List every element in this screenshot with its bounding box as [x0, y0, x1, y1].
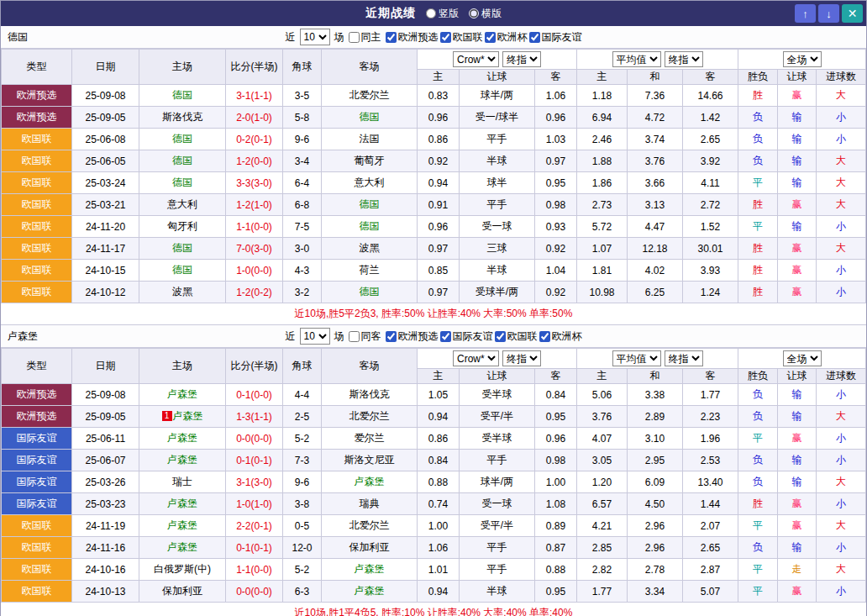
home-team: 卢森堡: [139, 537, 226, 559]
home-team-name[interactable]: 德国: [172, 242, 192, 254]
handicap-home-odds: 1.01: [418, 559, 460, 581]
match-score: 1-1(0-0): [226, 216, 283, 238]
home-team-name[interactable]: 卢森堡: [167, 454, 197, 466]
stage-select-2[interactable]: 终指: [665, 350, 703, 366]
avg-away-odds: 3.93: [683, 260, 738, 282]
result-goals: 大: [817, 238, 866, 260]
home-team-name: 瑞士: [172, 476, 192, 487]
corner-score: 5-2: [283, 559, 322, 581]
fulltime-header: 全场: [738, 50, 866, 70]
avg-away-odds: 2.07: [683, 515, 738, 537]
col-header-hcp-home: 主: [418, 70, 460, 85]
match-count-select[interactable]: 10: [300, 328, 330, 345]
match-row: 欧国联24-10-15德国1-0(0-0)4-3荷兰0.85半球1.041.81…: [2, 260, 866, 282]
handicap-away-odds: 0.88: [535, 559, 577, 581]
avg-draw-odds: 6.25: [628, 282, 683, 303]
away-team-name[interactable]: 卢森堡: [355, 563, 385, 575]
competition-filter[interactable]: 欧洲预选: [386, 329, 439, 344]
home-team-name[interactable]: 卢森堡: [167, 541, 197, 553]
close-icon[interactable]: ✕: [842, 4, 863, 23]
layout-horizontal-radio[interactable]: 横版: [469, 7, 502, 21]
match-score: 2-0(1-0): [226, 107, 283, 129]
average-select[interactable]: 平均值: [612, 350, 661, 366]
competition-filter[interactable]: 欧洲杯: [539, 329, 582, 344]
stage-select[interactable]: 终指: [502, 51, 541, 67]
average-select[interactable]: 平均值: [612, 51, 661, 67]
match-row: 欧国联24-11-19卢森堡2-2(0-1)0-5北爱尔兰1.00受平/半0.8…: [2, 515, 866, 537]
home-team-name[interactable]: 德国: [172, 155, 192, 166]
competition-filter[interactable]: 欧洲杯: [485, 30, 528, 45]
home-team-name[interactable]: 德国: [172, 133, 192, 145]
competition-checkbox[interactable]: [495, 331, 506, 342]
home-team-name[interactable]: 德国: [172, 176, 192, 188]
competition-checkbox[interactable]: [386, 331, 397, 342]
avg-away-odds: 5.07: [683, 581, 738, 603]
competition-checkbox[interactable]: [529, 32, 540, 43]
layout-horizontal-radio-input[interactable]: [469, 8, 479, 18]
avg-home-odds: 4.07: [577, 428, 628, 450]
result-goals: 大: [817, 150, 866, 172]
competition-checkbox[interactable]: [440, 331, 451, 342]
bookmaker-select[interactable]: Crow*: [453, 51, 499, 67]
handicap-home-odds: 0.94: [418, 172, 460, 194]
handicap-away-odds: 1.00: [535, 471, 577, 493]
away-team-name[interactable]: 卢森堡: [355, 585, 385, 597]
same-venue-filter[interactable]: 同客: [349, 329, 381, 344]
competition-checkbox[interactable]: [539, 331, 550, 342]
avg-home-odds: 1.86: [577, 172, 628, 194]
scroll-down-button[interactable]: ↓: [818, 4, 839, 23]
same-venue-checkbox[interactable]: [349, 331, 360, 342]
avg-draw-odds: 3.38: [628, 384, 683, 406]
home-team-name[interactable]: 卢森堡: [167, 519, 197, 531]
competition-filter[interactable]: 欧国联: [440, 30, 483, 45]
away-team-name[interactable]: 德国: [360, 111, 380, 123]
col-header-handicap-result: 让球: [778, 70, 817, 85]
home-team: 波黑: [139, 282, 226, 303]
competition-filter[interactable]: 国际友谊: [440, 329, 493, 344]
competition-checkbox[interactable]: [386, 32, 397, 43]
competition-filter[interactable]: 国际友谊: [529, 30, 582, 45]
scroll-up-button[interactable]: ↑: [795, 4, 816, 23]
bookmaker-select[interactable]: Crow*: [453, 350, 499, 366]
match-count-select[interactable]: 10: [300, 29, 330, 45]
competition-filter[interactable]: 欧洲预选: [386, 30, 439, 45]
result-outcome: 负: [738, 450, 778, 471]
avg-home-odds: 1.81: [577, 260, 628, 282]
handicap-home-odds: 0.94: [418, 581, 460, 603]
match-score: 1-0(0-0): [226, 260, 283, 282]
home-team-name[interactable]: 卢森堡: [173, 410, 203, 422]
competition-checkbox[interactable]: [485, 32, 496, 43]
competition-type: 欧国联: [2, 216, 72, 238]
competition-filter[interactable]: 欧国联: [495, 329, 538, 344]
away-team-name: 瑞典: [360, 498, 380, 509]
fulltime-select[interactable]: 全场: [783, 51, 822, 67]
fulltime-header: 全场: [738, 349, 866, 369]
home-team-name[interactable]: 卢森堡: [167, 432, 197, 444]
layout-vertical-radio-input[interactable]: [426, 8, 436, 18]
same-venue-filter[interactable]: 同主: [349, 30, 381, 45]
match-date: 25-06-11: [72, 428, 139, 450]
fulltime-select[interactable]: 全场: [783, 350, 822, 366]
away-team: 卢森堡: [322, 471, 418, 493]
away-team-name[interactable]: 卢森堡: [355, 476, 385, 487]
match-row: 欧国联25-03-21意大利1-2(1-0)6-8德国0.91平手0.982.7…: [2, 194, 866, 216]
home-team-name[interactable]: 德国: [172, 264, 192, 276]
home-team-name[interactable]: 卢森堡: [167, 498, 197, 509]
away-team-name: 葡萄牙: [355, 155, 385, 166]
home-team-name[interactable]: 德国: [172, 89, 192, 101]
stage-select-2[interactable]: 终指: [665, 51, 703, 67]
bookmaker-odds-header: Crow*终指: [418, 50, 577, 70]
layout-vertical-radio[interactable]: 竖版: [426, 7, 459, 21]
away-team-name[interactable]: 德国: [360, 198, 380, 210]
result-handicap: 赢: [778, 493, 817, 515]
away-team-name[interactable]: 德国: [360, 286, 380, 297]
competition-checkbox[interactable]: [440, 32, 451, 43]
home-team-name[interactable]: 卢森堡: [167, 388, 197, 400]
away-team-name[interactable]: 德国: [360, 220, 380, 232]
col-header-outcome: 胜负: [738, 70, 778, 85]
handicap-away-odds: 1.03: [535, 129, 577, 150]
avg-draw-odds: 2.95: [628, 450, 683, 471]
same-venue-checkbox[interactable]: [349, 32, 360, 43]
avg-draw-odds: 4.50: [628, 493, 683, 515]
stage-select[interactable]: 终指: [502, 350, 541, 366]
